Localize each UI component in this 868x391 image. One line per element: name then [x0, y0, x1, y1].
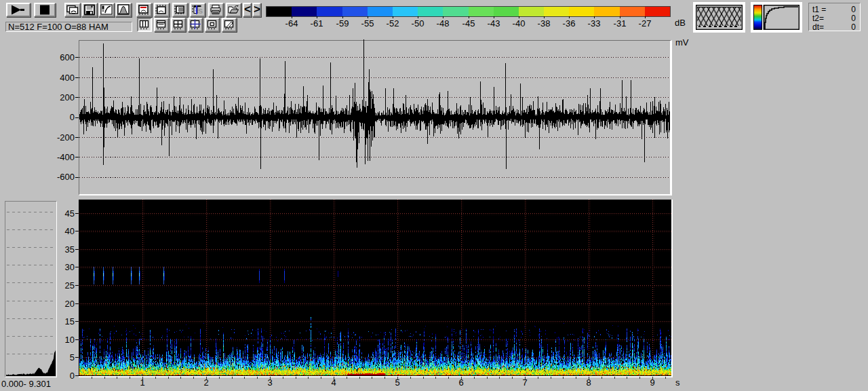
- svg-text:s: s: [198, 5, 203, 16]
